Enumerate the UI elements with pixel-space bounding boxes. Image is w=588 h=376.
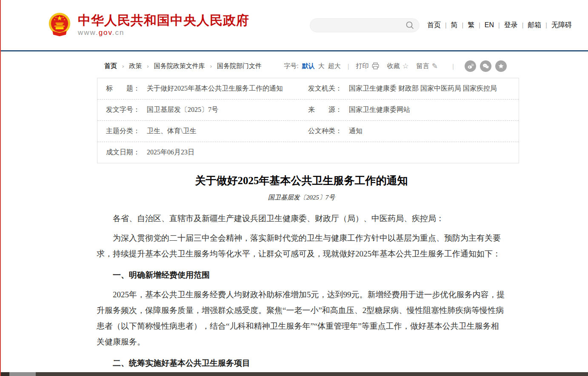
- nav-separator: |: [498, 22, 500, 28]
- qzone-star-share-icon[interactable]: [495, 60, 507, 72]
- meta-value-title: 关于做好2025年基本公共卫生服务工作的通知: [147, 84, 283, 93]
- footer-bar-dark-segment: [0, 372, 9, 376]
- window-left-red-edge: [0, 0, 1, 376]
- meta-row-date: 成文日期： 2025年06月23日: [97, 142, 519, 163]
- site-url: www.gov.cn: [78, 28, 249, 37]
- nav-separator: |: [522, 22, 524, 28]
- nav-separator: |: [545, 22, 547, 28]
- nav-login[interactable]: 登录: [504, 21, 518, 30]
- font-size-label: 字号:: [284, 62, 299, 70]
- search-box[interactable]: [310, 18, 420, 32]
- wechat-share-icon[interactable]: [480, 60, 491, 72]
- meta-label-doc-type: 公文种类：: [308, 127, 349, 136]
- meta-row-docno-source: 发文字号： 国卫基层发〔2025〕7号 来 源： 国家卫生健康委网站: [97, 100, 519, 121]
- print-button[interactable]: 打印: [356, 62, 380, 70]
- search-icon[interactable]: [405, 21, 414, 29]
- breadcrumb: 首页 › 政策 › 国务院政策文件库 › 国务院部门文件: [104, 62, 262, 70]
- meta-value-source: 国家卫生健康委网站: [349, 105, 410, 114]
- breadcrumb-policy[interactable]: 政策: [129, 62, 142, 70]
- comment-button[interactable]: 留言 ✎: [417, 62, 438, 70]
- breadcrumb-separator: ›: [210, 63, 212, 69]
- search-input[interactable]: [315, 18, 405, 32]
- article-body: 关于做好2025年基本公共卫生服务工作的通知 国卫基层发〔2025〕7号 各省、…: [97, 174, 506, 376]
- article-section-heading-1: 一、明确新增经费使用范围: [97, 267, 506, 283]
- meta-label-issuing-agency: 发文机关：: [308, 84, 349, 93]
- site-header: 中华人民共和国中央人民政府 www.gov.cn 首页 | 简 | 繁 | EN…: [0, 0, 588, 51]
- meta-row-category-type: 主题分类： 卫生、体育\卫生 公文种类： 通知: [97, 121, 519, 142]
- meta-value-doc-type: 通知: [349, 127, 363, 136]
- article-intro-paragraph: 为深入贯彻党的二十届三中全会精神，落实新时代党的卫生与健康工作方针中以基层为重点…: [97, 230, 506, 262]
- article-paragraph-1: 2025年，基本公共卫生服务经费人均财政补助标准增加5元，达到99元。新增经费用…: [97, 287, 506, 350]
- footer-bar-light-segment: [9, 372, 36, 376]
- gov-home-link[interactable]: 中华人民共和国中央人民政府 www.gov.cn: [48, 12, 249, 38]
- nav-separator: |: [479, 22, 480, 28]
- national-emblem-icon: [48, 12, 71, 38]
- nav-mail[interactable]: 邮箱: [527, 21, 542, 30]
- nav-separator: |: [462, 22, 464, 28]
- nav-accessibility[interactable]: 无障碍: [551, 21, 572, 30]
- breadcrumb-toolbar-row: 首页 › 政策 › 国务院政策文件库 › 国务院部门文件 字号: 默认 大 超大…: [81, 60, 507, 71]
- nav-separator: |: [445, 22, 447, 28]
- page-toolbar: 字号: 默认 大 超大 | 打印 收藏 ☆ 留言 ✎ |: [284, 60, 507, 72]
- nav-traditional[interactable]: 繁: [467, 21, 475, 30]
- breadcrumb-separator: ›: [147, 63, 148, 69]
- favorite-button[interactable]: 收藏 ☆: [387, 62, 409, 70]
- meta-value-issuing-agency: 国家卫生健康委 财政部 国家中医药局 国家疾控局: [349, 84, 497, 93]
- main-column: 首页 › 政策 › 国务院政策文件库 › 国务院部门文件 字号: 默认 大 超大…: [81, 60, 507, 376]
- article-doc-number: 国卫基层发〔2025〕7号: [97, 194, 506, 202]
- article-section-heading-2: 二、统筹实施好基本公共卫生服务项目: [97, 355, 506, 371]
- top-nav: 首页 | 简 | 繁 | EN | 登录 | 邮箱 | 无障碍: [427, 21, 572, 30]
- breadcrumb-department-docs: 国务院部门文件: [217, 62, 262, 70]
- font-size-large[interactable]: 大: [318, 62, 325, 70]
- site-identity: 中华人民共和国中央人民政府 www.gov.cn: [78, 13, 249, 37]
- article-salutation: 各省、自治区、直辖市及新疆生产建设兵团卫生健康委、财政厅（局）、中医药局、疾控局…: [97, 211, 506, 226]
- meta-value-topic-category: 卫生、体育\卫生: [147, 127, 196, 136]
- document-meta-table: 标 题： 关于做好2025年基本公共卫生服务工作的通知 发文机关： 国家卫生健康…: [97, 78, 519, 163]
- meta-value-written-date: 2025年06月23日: [147, 148, 194, 157]
- printer-icon: [371, 62, 380, 70]
- pencil-icon: ✎: [432, 63, 438, 70]
- meta-label-doc-number: 发文字号：: [106, 105, 147, 114]
- footer-top-bar: [0, 372, 588, 376]
- meta-label-source: 来 源：: [308, 105, 349, 114]
- toolbar-separator: |: [452, 63, 454, 70]
- toolbar-separator: |: [348, 63, 349, 70]
- breadcrumb-separator: ›: [122, 63, 124, 69]
- meta-label-topic-category: 主题分类：: [106, 127, 147, 136]
- nav-english[interactable]: EN: [484, 21, 494, 29]
- meta-label-written-date: 成文日期：: [106, 148, 147, 157]
- breadcrumb-policy-library[interactable]: 国务院政策文件库: [154, 62, 205, 70]
- site-title: 中华人民共和国中央人民政府: [78, 13, 249, 27]
- nav-simplified[interactable]: 简: [451, 21, 458, 30]
- meta-value-doc-number: 国卫基层发〔2025〕7号: [147, 105, 218, 114]
- font-size-xlarge[interactable]: 超大: [328, 62, 341, 70]
- font-size-default[interactable]: 默认: [302, 62, 315, 70]
- meta-row-title-agency: 标 题： 关于做好2025年基本公共卫生服务工作的通知 发文机关： 国家卫生健康…: [97, 78, 519, 100]
- nav-home[interactable]: 首页: [427, 21, 441, 30]
- star-outline-icon: ☆: [402, 63, 409, 70]
- article-title: 关于做好2025年基本公共卫生服务工作的通知: [97, 174, 506, 188]
- breadcrumb-home[interactable]: 首页: [104, 62, 117, 70]
- weibo-share-icon[interactable]: [465, 60, 476, 72]
- meta-label-title: 标 题：: [106, 84, 147, 93]
